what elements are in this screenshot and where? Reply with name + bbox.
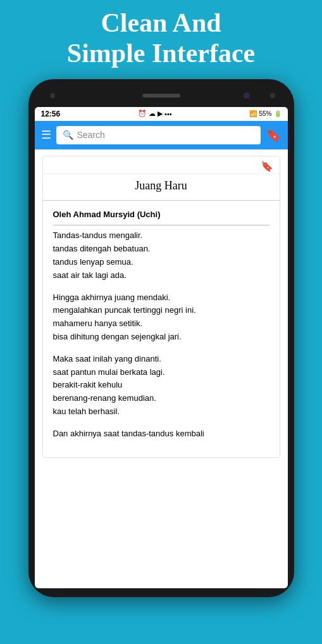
header-title: Clean And Simple Interface <box>54 8 268 69</box>
phone-screen: 12:56 ⏰ ☁ ▶ ••• 📶 55% 🔋 ☰ 🔍 Search 🔖 <box>35 107 288 588</box>
poem-author: Oleh Ahmad Mursyid (Uchi) <box>53 208 269 226</box>
bookmark-icon[interactable]: 🔖 <box>266 127 282 142</box>
poem-line: tandas ditengah bebatuan. <box>53 243 269 256</box>
poem-card-header: 🔖 <box>43 156 280 174</box>
header-line1: Clean And <box>101 8 221 37</box>
phone-top-bar <box>35 88 288 103</box>
poem-line: kau telah berhasil. <box>53 405 269 419</box>
poem-line: Dan akhirnya saat tandas-tandus kembali <box>53 427 269 441</box>
poem-stanza-3: Maka saat inilah yang dinanti. saat pant… <box>53 353 269 419</box>
phone-speaker <box>142 94 180 98</box>
poem-line: berenang-renang kemudian. <box>53 392 269 405</box>
cloud-icon: ☁ <box>149 110 156 118</box>
poem-line: mengalahkan puncak tertinggi negri ini. <box>53 304 269 317</box>
poem-bookmark-icon[interactable]: 🔖 <box>261 160 273 172</box>
poem-line: bisa dihitung dengan sejengkal jari. <box>53 331 269 344</box>
phone-camera <box>244 92 250 99</box>
poem-stanza-1: Tandas-tandus mengalir. tandas ditengah … <box>53 229 269 282</box>
phone-dot-1 <box>270 93 275 98</box>
status-right-icons: 📶 55% 🔋 <box>249 110 281 117</box>
poem-line: Maka saat inilah yang dinanti. <box>53 353 269 366</box>
header-line2: Simple Interface <box>67 39 255 68</box>
poem-line: tandus lenyap semua. <box>53 256 269 269</box>
poem-line: mahameru hanya setitik. <box>53 317 269 331</box>
poem-stanza-4: Dan akhirnya saat tandas-tandus kembali <box>53 427 269 441</box>
more-icon: ••• <box>164 110 172 118</box>
status-time: 12:56 <box>41 110 61 118</box>
poem-line: Hingga akhirnya juang mendaki. <box>53 291 269 305</box>
content-area: 🔖 Juang Haru Oleh Ahmad Mursyid (Uchi) T… <box>35 156 288 458</box>
play-icon: ▶ <box>158 110 163 118</box>
poem-line: saat air tak lagi ada. <box>53 269 269 282</box>
signal-icon: 📶 <box>249 110 257 117</box>
search-icon: 🔍 <box>63 130 73 141</box>
poem-line: Tandas-tandus mengalir. <box>53 229 269 243</box>
poem-card: 🔖 Juang Haru Oleh Ahmad Mursyid (Uchi) T… <box>42 156 280 458</box>
phone-shell: 12:56 ⏰ ☁ ▶ ••• 📶 55% 🔋 ☰ 🔍 Search 🔖 <box>28 79 294 597</box>
search-bar[interactable]: 🔍 Search <box>56 126 261 144</box>
battery-text: 55% <box>259 110 271 117</box>
app-toolbar: ☰ 🔍 Search 🔖 <box>35 121 288 149</box>
poem-stanza-2: Hingga akhirnya juang mendaki. mengalahk… <box>53 291 269 344</box>
status-bar: 12:56 ⏰ ☁ ▶ ••• 📶 55% 🔋 <box>35 107 288 121</box>
poem-body: Oleh Ahmad Mursyid (Uchi) Tandas-tandus … <box>43 201 280 457</box>
alarm-icon: ⏰ <box>138 110 147 118</box>
hamburger-menu-icon[interactable]: ☰ <box>41 128 51 142</box>
poem-title: Juang Haru <box>43 174 280 201</box>
phone-dot-left <box>50 93 55 98</box>
battery-icon: 🔋 <box>274 110 282 117</box>
phone-dots-right <box>270 93 275 98</box>
poem-line: saat pantun mulai berkata lagi. <box>53 366 269 379</box>
status-notif-icons: ⏰ ☁ ▶ ••• <box>138 110 172 118</box>
search-placeholder-text: Search <box>77 130 105 140</box>
poem-line: berakit-rakit kehulu <box>53 379 269 392</box>
